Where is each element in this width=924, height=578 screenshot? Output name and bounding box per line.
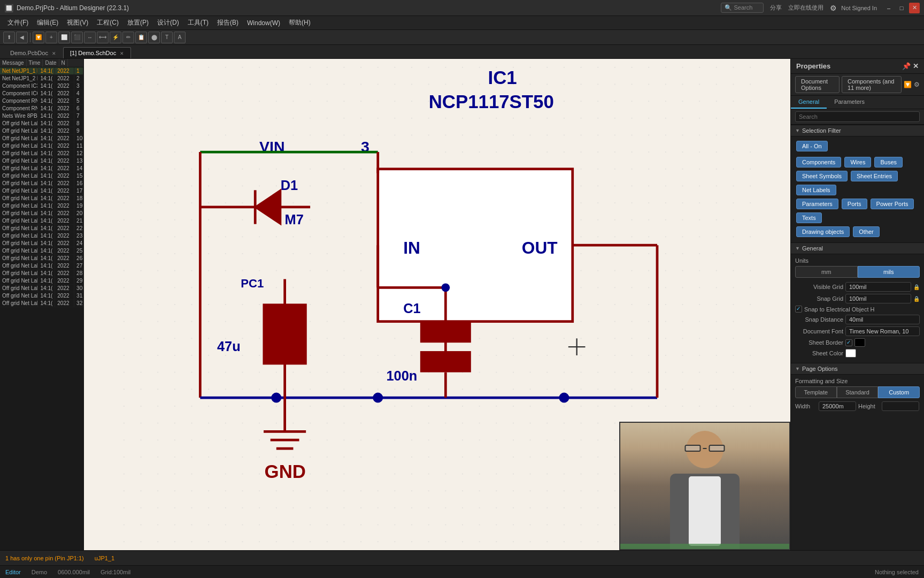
other-filter-btn[interactable]: Other: [853, 226, 880, 237]
log-row[interactable]: Off grid Net Label14:1(202222: [0, 225, 83, 232]
wires-filter-btn[interactable]: Wires: [844, 157, 871, 168]
properties-pin-icon[interactable]: 📌: [902, 62, 911, 70]
close-button[interactable]: ✕: [909, 3, 920, 13]
tab-parameters[interactable]: Parameters: [827, 96, 872, 109]
general-section-header[interactable]: ▼ General: [791, 242, 924, 254]
menu-file[interactable]: 文件(F): [3, 17, 33, 29]
demo-tab[interactable]: Demo: [32, 569, 47, 575]
buses-filter-btn[interactable]: Buses: [874, 157, 903, 168]
template-btn[interactable]: Template: [795, 386, 837, 398]
snap-grid-value[interactable]: 100mil: [845, 294, 911, 303]
tab-general[interactable]: General: [791, 96, 827, 109]
log-row[interactable]: Component IC3 Li14:1(20223: [0, 82, 83, 90]
parameters-filter-btn[interactable]: Parameters: [796, 199, 838, 209]
doc-font-value[interactable]: Times New Roman, 10: [845, 326, 920, 336]
share-btn[interactable]: 分享: [770, 4, 782, 12]
log-row[interactable]: Off grid Net Label14:1(20229: [0, 127, 83, 135]
toolbar-btn-6[interactable]: ↔: [84, 32, 96, 43]
sheet-border-checkbox[interactable]: [845, 339, 852, 346]
components-button[interactable]: Components (and 11 more): [842, 76, 902, 93]
log-row[interactable]: Off grid Net Label14:1(202217: [0, 187, 83, 195]
minimize-button[interactable]: –: [883, 3, 894, 13]
log-row[interactable]: Off grid Net Label14:1(202223: [0, 232, 83, 240]
power-ports-filter-btn[interactable]: Power Ports: [871, 199, 914, 209]
sheet-border-color[interactable]: [854, 338, 865, 347]
log-row[interactable]: Off grid Net Label14:1(202227: [0, 262, 83, 270]
sheet-symbols-filter-btn[interactable]: Sheet Symbols: [796, 171, 848, 181]
document-options-button[interactable]: Document Options: [795, 76, 840, 93]
search-bar[interactable]: 🔍 Search: [721, 3, 764, 13]
properties-close-icon[interactable]: ✕: [913, 62, 919, 70]
tab-close-sch[interactable]: ✕: [120, 51, 124, 56]
log-row[interactable]: Off grid Net Label14:1(202215: [0, 172, 83, 180]
texts-filter-btn[interactable]: Texts: [796, 212, 822, 223]
snap-grid-icon[interactable]: 🔒: [913, 296, 920, 302]
width-input[interactable]: [819, 401, 856, 411]
standard-btn[interactable]: Standard: [837, 386, 879, 398]
log-row[interactable]: Component IC6 Li14:1(20224: [0, 90, 83, 97]
toolbar-btn-filter[interactable]: 🔽: [33, 32, 44, 43]
account-icon[interactable]: Not Signed In: [841, 5, 877, 11]
menu-design[interactable]: 设计(D): [153, 17, 183, 29]
log-row[interactable]: Off grid Net Label14:1(202218: [0, 195, 83, 202]
editor-tab[interactable]: Editor: [5, 569, 21, 575]
log-row[interactable]: Off grid Net Label14:1(202231: [0, 292, 83, 300]
settings2-icon[interactable]: ⚙: [914, 81, 920, 88]
toolbar-btn-text[interactable]: T: [161, 32, 173, 43]
toolbar-btn-9[interactable]: ✏: [122, 32, 134, 43]
log-row[interactable]: Off grid Net Label14:1(202226: [0, 255, 83, 262]
menu-help[interactable]: 帮助(H): [284, 17, 315, 29]
log-row[interactable]: Off grid Net Label14:1(20228: [0, 120, 83, 127]
toolbar-btn-12[interactable]: A: [174, 32, 186, 43]
toolbar-btn-1[interactable]: ⬆: [3, 32, 15, 43]
log-row[interactable]: Off grid Net Label14:1(202228: [0, 270, 83, 277]
log-row[interactable]: Off grid Net Label14:1(202210: [0, 135, 83, 142]
components-filter-btn[interactable]: Components: [796, 157, 841, 168]
toolbar-btn-3[interactable]: +: [45, 32, 57, 43]
ports-filter-btn[interactable]: Ports: [842, 199, 867, 209]
snap-elec-checkbox[interactable]: [795, 306, 802, 313]
snap-distance-value[interactable]: 40mil: [845, 315, 920, 324]
drawing-objects-filter-btn[interactable]: Drawing objects: [796, 226, 850, 237]
all-on-button[interactable]: All - On: [796, 141, 828, 151]
log-row[interactable]: Off grid Net Label14:1(202221: [0, 217, 83, 225]
unit-mils-btn[interactable]: mils: [858, 266, 920, 278]
toolbar-btn-4[interactable]: ⬜: [58, 32, 70, 43]
log-row[interactable]: Component RN6 114:1(20226: [0, 105, 83, 112]
log-row[interactable]: Nets Wire 8PB4 ha14:1(20227: [0, 112, 83, 120]
schematic-canvas[interactable]: IC1 NCP1117ST50 IN OUT VIN 3 D1 M7: [84, 59, 790, 550]
custom-btn[interactable]: Custom: [878, 386, 920, 398]
selection-filter-header[interactable]: ▼ Selection Filter: [791, 125, 924, 136]
log-row[interactable]: Off grid Net Label14:1(202212: [0, 150, 83, 157]
filter-icon[interactable]: 🔽: [904, 81, 912, 88]
toolbar-btn-7[interactable]: ⟷: [97, 32, 109, 43]
menu-tools[interactable]: 工具(T): [183, 17, 213, 29]
net-labels-filter-btn[interactable]: Net Labels: [796, 185, 836, 195]
log-row[interactable]: Off grid Net Label14:1(202216: [0, 180, 83, 187]
tab-pcbdoc[interactable]: Demo.PcbDoc ✕: [3, 47, 63, 58]
sheet-entries-filter-btn[interactable]: Sheet Entries: [851, 171, 898, 181]
log-row[interactable]: Off grid Net Label14:1(202224: [0, 240, 83, 247]
page-options-section-header[interactable]: ▼ Page Options: [791, 363, 924, 375]
menu-window[interactable]: Window(W): [243, 18, 284, 28]
toolbar-btn-10[interactable]: 📋: [135, 32, 147, 43]
log-row[interactable]: Net NetJP1_1 has14:1(20221: [0, 67, 83, 75]
search-input[interactable]: [795, 111, 920, 122]
log-row[interactable]: Off grid Net Label14:1(202219: [0, 202, 83, 210]
log-row[interactable]: Off grid Net Label14:1(202232: [0, 300, 83, 307]
log-row[interactable]: Off grid Net Label14:1(202229: [0, 277, 83, 285]
menu-edit[interactable]: 编辑(E): [33, 17, 63, 29]
height-input[interactable]: [882, 401, 919, 411]
menu-place[interactable]: 放置(P): [123, 17, 153, 29]
visible-grid-icon[interactable]: 🔒: [913, 284, 920, 290]
log-row[interactable]: Off grid Net Label14:1(202225: [0, 247, 83, 255]
menu-project[interactable]: 工程(C): [93, 17, 123, 29]
log-row[interactable]: Component RN1 114:1(20225: [0, 97, 83, 105]
log-row[interactable]: Off grid Net Label14:1(202220: [0, 210, 83, 217]
log-row[interactable]: Off grid Net Label14:1(202214: [0, 165, 83, 172]
toolbar-btn-2[interactable]: ◀: [16, 32, 28, 43]
unit-mm-btn[interactable]: mm: [795, 266, 858, 278]
online-btn[interactable]: 立即在线使用: [788, 4, 823, 12]
toolbar-btn-5[interactable]: ⬛: [71, 32, 83, 43]
log-row[interactable]: Off grid Net Label14:1(202211: [0, 142, 83, 150]
